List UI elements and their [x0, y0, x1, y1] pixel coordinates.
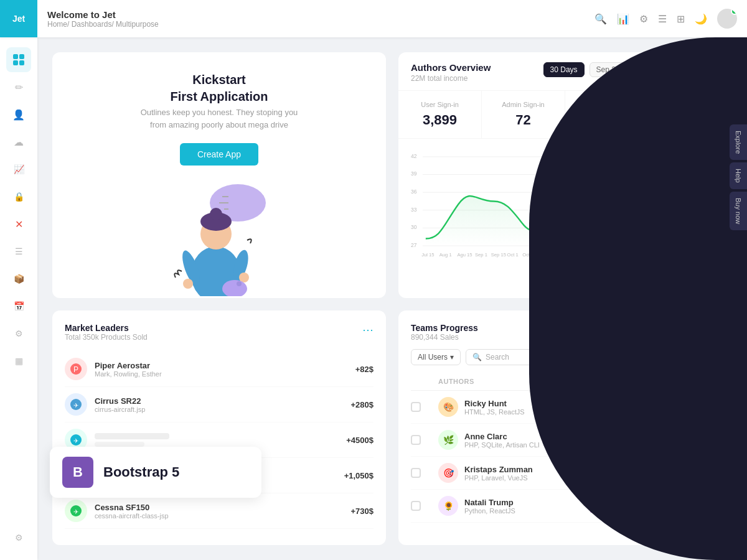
buy-now-button[interactable]: Buy now [730, 192, 747, 230]
filter-30days[interactable]: 30 Days [543, 62, 585, 77]
svg-text:✈: ✈ [73, 402, 78, 409]
team-name-anne: Anne Clarc [464, 432, 540, 441]
svg-text:36: 36 [411, 189, 417, 195]
market-logo-cirrus: ✈ [65, 393, 87, 416]
header-actions: 🔍 📊 ⚙ ☰ ⊞ 🌙 [594, 9, 737, 29]
stat-user-signin-label: User Sign-in [408, 101, 471, 108]
moon-icon[interactable]: 🌙 [695, 13, 707, 25]
sidebar-item-layout[interactable]: ▦ [6, 348, 31, 373]
chart-icon[interactable]: 📊 [617, 13, 629, 25]
sidebar-item-cloud[interactable]: ☁ [6, 129, 31, 154]
header: Jet Welcome to Jet Home/ Dashboards/ Mul… [0, 0, 747, 37]
checkbox-kristaps[interactable] [411, 468, 421, 478]
sidebar-item-component[interactable]: ⚙ [6, 321, 31, 346]
sidebar-item-list[interactable]: ☰ [6, 239, 31, 264]
market-value-3: +4500$ [346, 436, 374, 445]
svg-text:33: 33 [411, 207, 417, 213]
svg-text:Agu 15: Agu 15 [457, 252, 472, 258]
avatar-anne: 🌿 [438, 430, 458, 450]
sidebar-item-grid[interactable] [6, 47, 31, 72]
svg-text:✈: ✈ [73, 437, 78, 444]
sidebar-item-brush[interactable]: ✏ [6, 75, 31, 100]
teams-dropdown[interactable]: All Users ▾ [411, 349, 461, 365]
market-value-piper: +82$ [355, 365, 374, 374]
svg-text:P: P [73, 365, 78, 374]
search-icon[interactable]: 🔍 [594, 13, 607, 25]
illustration [157, 172, 281, 296]
stat-admin-signin-value: 72 [492, 112, 555, 128]
sidebar-item-settings[interactable]: ⚙ [6, 525, 31, 550]
settings-icon[interactable]: ⚙ [639, 13, 648, 25]
kickstart-title-line2: First Application [170, 90, 268, 104]
stat-user-signin: User Sign-in 3,899 [398, 91, 482, 138]
market-subtitle: Total 350k Products Sold [65, 333, 148, 342]
create-app-button[interactable]: Create App [180, 143, 258, 166]
sidebar-item-chart[interactable]: 📈 [6, 157, 31, 182]
help-button[interactable]: Help [730, 162, 747, 189]
market-logo-cessna: ✈ [65, 500, 87, 522]
checkbox-natali[interactable] [411, 501, 421, 511]
stat-admin-signin-label: Admin Sign-in [492, 101, 555, 108]
market-info-3 [95, 433, 339, 447]
bootstrap-label: Bootstrap 5 [103, 464, 179, 480]
sidebar-item-box[interactable]: 📦 [6, 266, 31, 291]
chevron-down-icon: ▾ [450, 353, 454, 362]
svg-point-11 [183, 279, 193, 289]
market-leaders-card: Market Leaders Total 350k Products Sold … [52, 310, 386, 545]
page-title: Welcome to Jet [47, 9, 594, 20]
avatar-kristaps: 🎯 [438, 463, 458, 483]
team-skills-ricky: HTML, JS, ReactJS [464, 408, 525, 416]
teams-dropdown-label: All Users [418, 353, 448, 362]
header-title: Welcome to Jet Home/ Dashboards/ Multipu… [47, 9, 594, 29]
svg-text:Aug 1: Aug 1 [439, 252, 452, 258]
sidebar-item-close[interactable]: ✕ [6, 212, 31, 236]
team-name-kristaps: Kristaps Zumman [464, 465, 533, 474]
stat-user-signin-value: 3,899 [408, 112, 471, 128]
illustration-svg [157, 178, 281, 296]
teams-search-placeholder: Search [486, 353, 509, 362]
grid-icon[interactable]: ⊞ [677, 13, 685, 25]
market-sub-cirrus: cirrus-aircraft.jsp [95, 406, 343, 413]
avatar[interactable] [717, 9, 737, 29]
market-item-cirrus: ✈ Cirrus SR22 cirrus-aircraft.jsp +280$ [65, 387, 374, 422]
market-value-cirrus: +280$ [350, 400, 374, 409]
bootstrap-icon: B [62, 457, 93, 488]
market-title: Market Leaders [65, 323, 148, 333]
market-menu-icon[interactable]: ⋯ [362, 323, 374, 337]
market-logo-piper: P [65, 358, 87, 380]
checkbox-ricky[interactable] [411, 402, 421, 412]
svg-text:Sep 15: Sep 15 [491, 252, 506, 258]
stat-admin-signin: Admin Sign-in 72 [482, 91, 565, 138]
kickstart-card: Kickstart First Application Outlines kee… [52, 52, 386, 298]
market-name-cirrus: Cirrus SR22 [95, 396, 343, 406]
market-info-cirrus: Cirrus SR22 cirrus-aircraft.jsp [95, 396, 343, 413]
svg-point-14 [237, 281, 242, 286]
market-name-piper: Piper Aerostar [95, 361, 348, 370]
team-skills-natali: Python, ReactJS [464, 507, 515, 515]
sidebar-item-calendar[interactable]: 📅 [6, 294, 31, 319]
side-buttons: Explore Help Buy now [730, 124, 747, 230]
breadcrumb: Home/ Dashboards/ Multipurpose [47, 20, 594, 29]
checkbox-anne[interactable] [411, 435, 421, 445]
kickstart-title-line1: Kickstart [192, 73, 246, 87]
market-info-cessna: Cessna SF150 cessna-aircraft-class-jsp [95, 503, 343, 520]
market-sub-3 [95, 442, 144, 447]
sidebar-item-user[interactable]: 👤 [6, 102, 31, 127]
avatar-ricky: 🎨 [438, 397, 458, 417]
team-name-natali: Natali Trump [464, 498, 515, 507]
market-item-cessna: ✈ Cessna SF150 cessna-aircraft-class-jsp… [65, 493, 374, 529]
team-skills-anne: PHP, SQLite, Artisan CLI [464, 441, 540, 449]
market-name-cessna: Cessna SF150 [95, 503, 343, 512]
avatar-natali: 🌻 [438, 496, 458, 516]
svg-point-8 [210, 208, 222, 220]
menu-icon[interactable]: ☰ [658, 13, 667, 25]
market-info-piper: Piper Aerostar Mark, Rowling, Esther [95, 361, 348, 378]
sidebar-item-lock[interactable]: 🔒 [6, 184, 31, 209]
svg-text:✈: ✈ [73, 508, 78, 515]
market-name-3 [95, 433, 169, 439]
explore-button[interactable]: Explore [730, 124, 747, 160]
market-sub-piper: Mark, Rowling, Esther [95, 370, 348, 378]
svg-text:Jul 15: Jul 15 [421, 252, 434, 258]
svg-text:42: 42 [411, 153, 417, 159]
team-info-natali: 🌻 Natali Trump Python, ReactJS [438, 496, 585, 516]
